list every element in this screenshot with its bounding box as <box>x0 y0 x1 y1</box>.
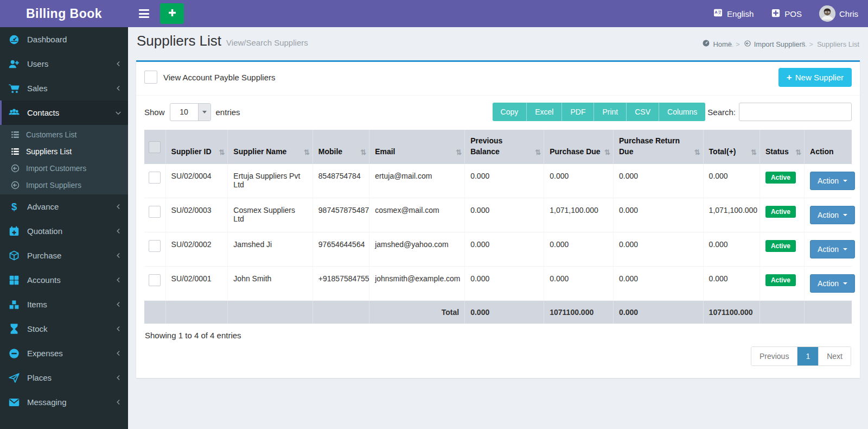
sort-icon[interactable]: ⇅ <box>604 148 610 158</box>
excel-export-button[interactable]: Excel <box>526 103 561 121</box>
cell-mobile: 987457875487 <box>312 198 369 232</box>
sidebar-item-places[interactable]: Places <box>0 365 128 390</box>
column-header-mobile[interactable]: Mobile⇅ <box>312 130 369 164</box>
footer-empty-cell <box>760 300 804 324</box>
cell-purchase-due: 1,071,100.000 <box>544 198 614 232</box>
sidebar-subitem-customers-list[interactable]: Customers List <box>0 126 128 143</box>
search-input[interactable] <box>739 103 852 121</box>
sidebar-subitem-suppliers-list[interactable]: Suppliers List <box>0 143 128 160</box>
entries-label: entries <box>216 108 240 117</box>
cell-previous-balance: 0.000 <box>465 198 544 232</box>
sort-icon[interactable]: ⇅ <box>304 148 310 158</box>
sidebar-subitem-import-suppliers[interactable]: Import Suppliers <box>0 176 128 193</box>
sort-icon[interactable]: ⇅ <box>219 148 225 158</box>
row-checkbox[interactable] <box>149 240 161 252</box>
pdf-export-button[interactable]: PDF <box>561 103 593 121</box>
new-supplier-button[interactable]: + New Supplier <box>778 68 852 87</box>
sort-icon[interactable]: ⇅ <box>535 148 541 158</box>
column-header-supplier-name[interactable]: Supplier Name⇅ <box>228 130 312 164</box>
row-checkbox[interactable] <box>149 274 161 286</box>
column-header-status[interactable]: Status⇅ <box>760 130 804 164</box>
row-checkbox[interactable] <box>149 172 161 184</box>
cell-supplier-id: SU/02/0003 <box>165 198 228 232</box>
cell-email: jamshed@yahoo.com <box>369 232 465 266</box>
sidebar-item-label: Stock <box>27 324 116 333</box>
pagination-next-button[interactable]: Next <box>818 347 851 365</box>
sidebar-item-items[interactable]: Items <box>0 292 128 317</box>
cell-purchase-return-due: 0.000 <box>614 164 704 198</box>
search-label: Search: <box>707 108 736 117</box>
page-length-select[interactable]: 10 <box>170 103 211 121</box>
column-header-previous-balance[interactable]: Previous Balance⇅ <box>465 130 544 164</box>
column-header-email[interactable]: Email⇅ <box>369 130 465 164</box>
sort-icon[interactable]: ⇅ <box>795 148 801 158</box>
columns-export-button[interactable]: Columns <box>659 103 705 121</box>
table-row: SU/02/0004Ertuja Suppliers Pvt Ltd854875… <box>144 164 852 198</box>
footer-empty-cell <box>165 300 228 324</box>
sidebar-item-quotation[interactable]: Quotation <box>0 219 128 243</box>
sort-icon[interactable]: ⇅ <box>360 148 366 158</box>
pagination-previous-button[interactable]: Previous <box>751 347 797 365</box>
app-logo[interactable]: Billing Book <box>0 0 128 27</box>
user-menu[interactable]: Chris <box>819 5 858 22</box>
sidebar-item-contacts[interactable]: Contacts <box>0 100 128 125</box>
cubes-icon <box>8 298 21 311</box>
caret-down-icon <box>843 180 847 182</box>
language-label: English <box>727 9 754 18</box>
sidebar-item-expenses[interactable]: Expenses <box>0 341 128 365</box>
sidebar-item-label: Places <box>27 373 116 382</box>
sidebar-item-sales[interactable]: Sales <box>0 76 128 100</box>
print-export-button[interactable]: Print <box>593 103 626 121</box>
view-payable-checkbox[interactable] <box>144 71 157 84</box>
sidebar-item-stock[interactable]: Stock <box>0 317 128 341</box>
row-action-button[interactable]: Action <box>810 240 855 258</box>
topbar-right: A English POS Chris <box>713 5 858 22</box>
cart-icon <box>8 82 21 95</box>
sort-icon[interactable]: ⇅ <box>694 148 700 158</box>
copy-export-button[interactable]: Copy <box>493 103 527 121</box>
sidebar-item-users[interactable]: Users <box>0 52 128 76</box>
breadcrumb-item-import-suppliers[interactable]: Import Suppliers <box>744 40 806 49</box>
view-payable-suppliers-control[interactable]: View Account Payble Suppliers <box>144 71 276 84</box>
cell-mobile: 8548754784 <box>312 164 369 198</box>
row-select-cell <box>144 198 165 232</box>
sort-icon[interactable]: ⇅ <box>456 148 462 158</box>
row-action-button[interactable]: Action <box>810 206 855 224</box>
language-menu[interactable]: A English <box>713 8 754 20</box>
cell-supplier-name: Jamshed Ji <box>228 232 312 266</box>
column-header-purchase-due[interactable]: Purchase Due⇅ <box>544 130 614 164</box>
column-header-supplier-id[interactable]: Supplier ID⇅ <box>165 130 228 164</box>
sidebar-item-purchase[interactable]: Purchase <box>0 243 128 268</box>
sort-icon[interactable]: ⇅ <box>751 148 757 158</box>
cell-action: Action <box>805 198 852 232</box>
select-all-checkbox[interactable] <box>149 141 161 153</box>
sidebar-item-label: Items <box>27 300 116 309</box>
row-checkbox[interactable] <box>149 206 161 218</box>
chevron-left-icon <box>116 228 122 234</box>
cell-supplier-id: SU/02/0004 <box>165 164 228 198</box>
row-select-cell <box>144 232 165 266</box>
pos-button[interactable]: POS <box>771 8 802 20</box>
cell-email: cosmex@mail.com <box>369 198 465 232</box>
sidebar-toggle-button[interactable] <box>132 4 156 23</box>
sidebar-item-accounts[interactable]: Accounts <box>0 268 128 292</box>
view-payable-label: View Account Payble Suppliers <box>163 73 276 82</box>
quick-add-button[interactable] <box>160 3 184 24</box>
sidebar-subitem-label: Import Suppliers <box>26 181 81 190</box>
row-action-button[interactable]: Action <box>810 274 855 293</box>
cell-status: Active <box>760 198 804 232</box>
sidebar-item-dashboard[interactable]: Dashboard <box>0 27 128 52</box>
csv-export-button[interactable]: CSV <box>626 103 659 121</box>
sidebar-item-messaging[interactable]: Messaging <box>0 390 128 414</box>
row-action-button[interactable]: Action <box>810 172 855 190</box>
users-icon <box>8 58 21 71</box>
topbar: Billing Book A English <box>0 0 868 27</box>
cell-supplier-name: Cosmex Suppliers Ltd <box>228 198 312 232</box>
sidebar-subitem-import-customers[interactable]: Import Customers <box>0 160 128 176</box>
chevron-left-icon <box>116 277 122 283</box>
column-header-purchase-return-due[interactable]: Purchase Return Due⇅ <box>614 130 704 164</box>
sidebar-item-label: Users <box>27 59 116 68</box>
column-header-total[interactable]: Total(+)⇅ <box>703 130 760 164</box>
sidebar-item-advance[interactable]: $Advance <box>0 194 128 219</box>
pagination-page-button[interactable]: 1 <box>797 347 818 365</box>
